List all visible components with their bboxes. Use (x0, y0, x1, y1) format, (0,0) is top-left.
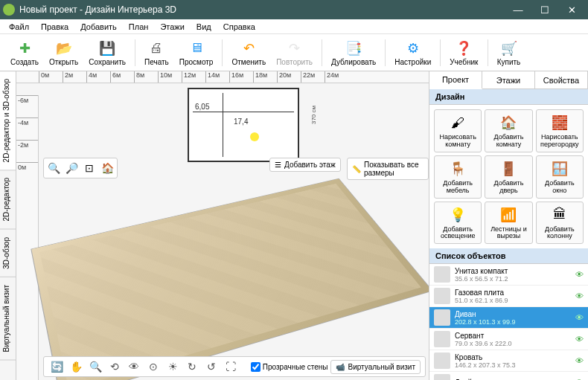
draw-room-icon: 🖌 (448, 113, 467, 132)
ruler-horizontal: 0м2м4м6м8м10м12м14м16м18м20м22м24м (16, 71, 429, 83)
menu-план[interactable]: План (123, 21, 155, 33)
draw-room-button[interactable]: 🖌Нарисовать комнату (434, 109, 482, 152)
ruler-tick: -6м (16, 95, 38, 117)
buy-button[interactable]: 🛒Купить (493, 38, 525, 68)
zoom-in-button[interactable]: 🔎 (63, 160, 80, 176)
object-item[interactable]: Диван202.8 x 101.3 x 99.9👁 (429, 307, 588, 329)
left-tab-3[interactable]: Виртуальный визит (0, 277, 16, 361)
zoom-tool-icon[interactable]: 🔍 (87, 359, 103, 374)
right-tab-этажи[interactable]: Этажи (482, 71, 535, 88)
object-list[interactable]: Унитаз компакт35.6 x 56.5 x 71.2👁Газовая… (429, 264, 588, 380)
redo-button[interactable]: ↷Повторить (272, 38, 317, 68)
print-icon: 🖨 (147, 39, 165, 57)
floor-plan-2d[interactable]: 6,05 17,4 370 см (188, 88, 299, 162)
marker-dot[interactable] (250, 132, 259, 141)
stairs-cut-button[interactable]: 📶Лестницы и вырезы (485, 202, 532, 245)
draw-partition-button[interactable]: 🧱Нарисовать перегородку (536, 109, 584, 152)
add-floor-button[interactable]: ☰ Добавить этаж (269, 158, 341, 172)
left-tab-1[interactable]: 2D-редактор (0, 170, 16, 230)
show-dimensions-button[interactable]: 📏 Показывать все размеры (347, 158, 429, 180)
add-window-button[interactable]: 🪟Добавить окно (536, 155, 584, 199)
zoom-fit-button[interactable]: ⊡ (81, 160, 98, 176)
maximize-button[interactable]: ☐ (531, 0, 558, 19)
visibility-icon[interactable]: 👁 (575, 292, 584, 300)
menu-добавить[interactable]: Добавить (74, 21, 123, 33)
fullscreen-icon[interactable]: ⛶ (223, 359, 239, 374)
layers-icon: ☰ (275, 161, 281, 169)
tutorial-button[interactable]: ❓Учебник (445, 38, 482, 68)
main-area: 2D-редактор и 3D-обзор2D-редактор3D-обзо… (0, 71, 588, 380)
menu-этажи[interactable]: Этажи (154, 21, 190, 33)
settings-button[interactable]: ⚙Настройки (390, 38, 435, 68)
home-button[interactable]: 🏠 (99, 160, 115, 176)
right-tab-свойства[interactable]: Свойства (535, 71, 588, 88)
ruler-tick: 0м (39, 71, 63, 83)
open-button[interactable]: 📂Открыть (45, 38, 83, 68)
add-room-button[interactable]: 🏠Добавить комнату (485, 109, 532, 152)
orbit-icon[interactable]: ⟲ (106, 359, 123, 374)
pan-icon[interactable]: ✋ (68, 359, 84, 374)
add-furniture-button[interactable]: 🪑Добавить мебель (434, 155, 482, 199)
object-thumb (434, 266, 450, 283)
reset-icon[interactable]: ⊙ (145, 359, 162, 374)
add-column-button[interactable]: 🏛Добавить колонну (536, 202, 584, 245)
visibility-icon[interactable]: 👁 (575, 335, 584, 344)
left-tab-2[interactable]: 3D-обзор (0, 230, 16, 277)
right-tab-проект[interactable]: Проект (429, 71, 482, 89)
ruler-tick: 0м (16, 162, 38, 184)
object-thumb (434, 331, 450, 347)
sun-icon[interactable]: ☀ (164, 359, 181, 374)
close-button[interactable]: ✕ (558, 0, 585, 19)
menu-справка[interactable]: Справка (217, 21, 261, 33)
minimize-button[interactable]: — (505, 0, 531, 19)
visibility-icon[interactable]: 👁 (575, 270, 584, 279)
object-item[interactable]: Газовая плита51.0 x 62.1 x 86.9👁 (429, 286, 588, 307)
virtual-visit-button[interactable]: 📹 Виртуальный визит (330, 360, 421, 374)
print-button[interactable]: 🖨Печать (140, 38, 173, 68)
add-door-button[interactable]: 🚪Добавить дверь (485, 155, 532, 199)
render-3d-view[interactable] (31, 178, 429, 380)
menu-файл[interactable]: Файл (3, 21, 35, 33)
view360-icon[interactable]: 🔄 (48, 359, 65, 374)
ruler-tick: 18м (253, 71, 277, 83)
rotate-icon[interactable]: ↻ (184, 359, 200, 374)
room-area-2: 17,4 (234, 117, 248, 126)
wall-line (193, 112, 294, 112)
design-section-title: Дизайн (429, 89, 588, 105)
ruler-tick: 12м (182, 71, 205, 83)
preview-button[interactable]: 🖥Просмотр (175, 38, 218, 68)
visibility-icon[interactable]: 👁 (575, 313, 584, 322)
left-tab-0[interactable]: 2D-редактор и 3D-обзор (0, 71, 16, 170)
add-light-button[interactable]: 💡Добавить освещение (434, 202, 482, 245)
redo-icon: ↷ (286, 39, 304, 57)
toolbar-separator (440, 39, 441, 66)
ruler-tick: 24м (325, 71, 348, 83)
right-panel-tabs: ПроектЭтажиСвойства (429, 71, 588, 89)
menu-правка[interactable]: Правка (35, 21, 74, 33)
undo-button[interactable]: ↶Отменить (227, 38, 270, 68)
preview-icon: 🖥 (188, 39, 205, 57)
eye-icon[interactable]: 👁 (126, 359, 142, 374)
menu-вид[interactable]: Вид (191, 21, 217, 33)
save-icon: 💾 (98, 39, 116, 57)
bottom-tools: 🔄 ✋ 🔍 ⟲ 👁 ⊙ ☀ ↻ ↺ ⛶ Прозрачные стены 📹 В… (43, 356, 426, 377)
duplicate-button[interactable]: 📑Дублировать (327, 38, 380, 68)
visibility-icon[interactable]: 👁 (575, 356, 584, 365)
zoom-out-button[interactable]: 🔍 (45, 160, 62, 176)
ruler-vertical: -6м-4м-2м0м (16, 95, 39, 380)
object-item[interactable]: Сервант79.0 x 39.6 x 222.0👁 (429, 329, 588, 350)
ruler-tick: 16м (229, 71, 253, 83)
transparent-walls-checkbox[interactable]: Прозрачные стены (251, 362, 328, 372)
create-button[interactable]: ✚Создать (6, 38, 43, 68)
object-item[interactable]: Двойное окно👁 (429, 372, 588, 380)
draw-partition-icon: 🧱 (550, 113, 569, 132)
object-item[interactable]: Кровать146.2 x 207.3 x 75.3👁 (429, 350, 588, 372)
toolbar-separator (322, 39, 322, 66)
object-item[interactable]: Унитаз компакт35.6 x 56.5 x 71.2👁 (429, 264, 588, 286)
save-button[interactable]: 💾Сохранить (84, 38, 130, 68)
rotate2-icon[interactable]: ↺ (203, 359, 220, 374)
object-thumb (434, 309, 450, 326)
canvas-area[interactable]: -6м-4м-2м0м 6,05 17,4 370 см 🔍 🔎 ⊡ 🏠 ☰ Д… (16, 83, 429, 380)
room-area-1: 6,05 (195, 103, 209, 111)
add-room-icon: 🏠 (499, 113, 518, 132)
